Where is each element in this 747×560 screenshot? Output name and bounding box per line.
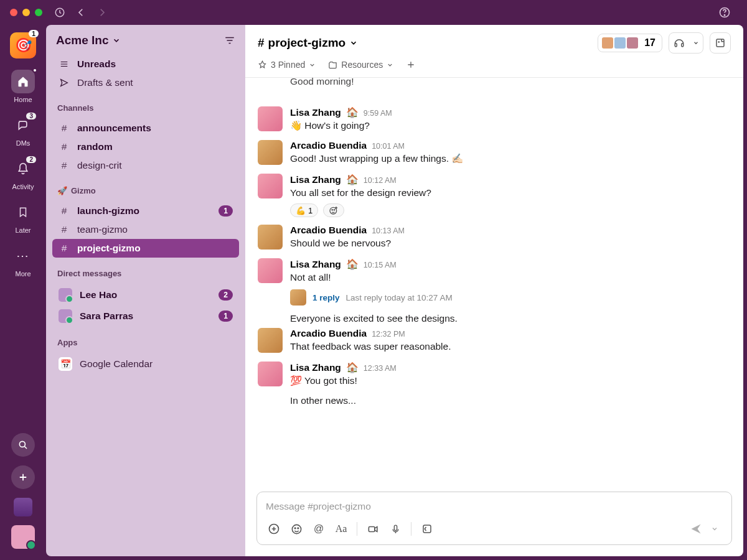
attach-icon[interactable] xyxy=(265,520,283,538)
close-window[interactable] xyxy=(10,9,17,16)
video-icon[interactable] xyxy=(364,520,382,538)
svg-point-11 xyxy=(292,525,301,533)
message-time: 10:13 AM xyxy=(372,226,405,235)
channel-project-gizmo[interactable]: #project-gizmo xyxy=(52,239,239,258)
mention-icon[interactable]: @ xyxy=(309,520,328,538)
message-text: Good! Just wrapping up a few things. ✍🏻 xyxy=(290,152,731,166)
add-bookmark-button[interactable] xyxy=(406,60,416,70)
svg-point-13 xyxy=(298,528,299,529)
message[interactable]: Lisa Zhang🏠12:33 AM💯 You got this! xyxy=(258,358,731,391)
rail-home[interactable]: Home xyxy=(0,70,46,103)
message-author[interactable]: Arcadio Buendia xyxy=(290,225,367,236)
shortcuts-icon[interactable] xyxy=(418,520,436,538)
message-author[interactable]: Lisa Zhang xyxy=(290,259,341,270)
message[interactable]: Lisa Zhang🏠10:15 AMNot at all!1 replyLas… xyxy=(258,254,731,309)
message-author[interactable]: Arcadio Buendia xyxy=(290,328,367,339)
svg-point-3 xyxy=(19,441,25,447)
home-unread-dot xyxy=(32,68,37,73)
members-button[interactable]: 17 xyxy=(598,34,662,52)
emoji-icon[interactable] xyxy=(287,520,306,538)
message-text: 💯 You got this! xyxy=(290,374,731,388)
search-button[interactable] xyxy=(11,433,35,457)
rail-more-label: More xyxy=(15,270,31,278)
rail-dms-label: DMs xyxy=(16,139,31,147)
message-avatar[interactable] xyxy=(258,174,283,198)
message[interactable]: Lisa Zhang🏠9:59 AM👋 How's it going? xyxy=(258,103,731,136)
history-icon[interactable] xyxy=(51,4,68,21)
message-avatar[interactable] xyxy=(258,328,283,353)
channel-random[interactable]: #random xyxy=(52,138,239,156)
message-text: Should we be nervous? xyxy=(290,236,731,250)
pinned-button[interactable]: 3 Pinned xyxy=(258,60,316,70)
back-icon[interactable] xyxy=(72,4,90,21)
canvas-button[interactable] xyxy=(710,32,731,54)
message-author[interactable]: Lisa Zhang xyxy=(290,107,341,118)
channel-design-crit[interactable]: #design-crit xyxy=(52,156,239,175)
svg-rect-4 xyxy=(675,44,677,47)
filter-icon[interactable] xyxy=(224,35,235,46)
audio-icon[interactable] xyxy=(386,520,405,538)
secondary-workspace-icon[interactable] xyxy=(14,498,32,516)
message-avatar[interactable] xyxy=(258,362,283,386)
channel-name-menu[interactable]: # project-gizmo xyxy=(258,36,358,50)
message-text: Not at all! xyxy=(290,271,731,284)
maximize-window[interactable] xyxy=(35,9,42,16)
channel-header: # project-gizmo 17 3 Pinned Resources xyxy=(245,25,743,78)
resources-button[interactable]: Resources xyxy=(328,60,393,70)
message-time: 10:12 AM xyxy=(364,176,397,185)
compose-button[interactable] xyxy=(11,465,35,489)
minimize-window[interactable] xyxy=(22,9,30,16)
status-emoji: 🏠 xyxy=(346,258,359,270)
svg-rect-5 xyxy=(681,44,683,47)
rail-activity[interactable]: Activity 2 xyxy=(0,157,46,190)
message-time: 10:15 AM xyxy=(364,261,397,269)
send-options-icon[interactable] xyxy=(705,520,724,538)
workspace-menu[interactable]: Acme Inc xyxy=(56,34,121,47)
message-text: 👋 How's it going? xyxy=(290,119,731,133)
channel-team-gizmo[interactable]: #team-gizmo xyxy=(52,220,239,239)
dm-lee-hao[interactable]: Lee Hao2 xyxy=(52,284,239,306)
message[interactable]: Arcadio Buendia10:01 AMGood! Just wrappi… xyxy=(258,136,731,169)
titlebar xyxy=(0,0,747,25)
format-icon[interactable]: Aa xyxy=(332,520,350,538)
message[interactable]: Lisa Zhang🏠10:12 AMYou all set for the d… xyxy=(258,170,731,221)
message-time: 12:33 AM xyxy=(364,364,397,373)
message-continuation: Everyone is excited to see the designs. xyxy=(258,313,731,324)
status-emoji: 🏠 xyxy=(346,106,359,118)
workspace-badge: 1 xyxy=(29,30,39,37)
user-avatar[interactable] xyxy=(11,525,35,549)
svg-rect-14 xyxy=(369,526,375,531)
message-avatar[interactable] xyxy=(258,258,283,283)
svg-rect-6 xyxy=(716,39,724,47)
message[interactable]: Arcadio Buendia10:13 AMShould we be nerv… xyxy=(258,221,731,254)
message-input[interactable] xyxy=(265,498,724,520)
channel-announcements[interactable]: #announcements xyxy=(52,119,239,138)
help-icon[interactable] xyxy=(716,4,733,21)
message-author[interactable]: Arcadio Buendia xyxy=(290,140,367,151)
rail-dms[interactable]: DMs 3 xyxy=(0,113,46,147)
thread-summary[interactable]: 1 replyLast reply today at 10:27 AM xyxy=(290,289,731,306)
rail-later[interactable]: Later xyxy=(0,200,46,234)
message-avatar[interactable] xyxy=(258,140,283,165)
channel-launch-gizmo[interactable]: #launch-gizmo1 xyxy=(52,202,239,220)
sidebar-unreads[interactable]: Unreads xyxy=(52,55,239,73)
workspace-switcher[interactable]: 🎯1 xyxy=(10,32,36,58)
reaction[interactable]: 💪 1 xyxy=(290,203,318,217)
huddle-button[interactable] xyxy=(669,32,703,54)
svg-rect-15 xyxy=(394,525,397,531)
add-reaction-button[interactable] xyxy=(323,203,344,217)
forward-icon[interactable] xyxy=(93,4,111,21)
sidebar-drafts[interactable]: Drafts & sent xyxy=(52,73,239,92)
dm-sara-parras[interactable]: Sara Parras1 xyxy=(52,306,239,327)
message-author[interactable]: Lisa Zhang xyxy=(290,174,341,185)
rail-home-label: Home xyxy=(14,96,32,103)
message-time: 12:32 PM xyxy=(372,330,405,338)
message-author[interactable]: Lisa Zhang xyxy=(290,362,341,373)
app-google-calendar[interactable]: 📅Google Calendar xyxy=(52,353,239,375)
send-button[interactable] xyxy=(687,520,705,538)
rail-more[interactable]: ⋯ More xyxy=(0,244,46,278)
gizmo-heading[interactable]: 🚀 Gizmo xyxy=(46,177,245,199)
message[interactable]: Arcadio Buendia12:32 PMThat feedback was… xyxy=(258,324,731,357)
message-avatar[interactable] xyxy=(258,106,283,131)
message-avatar[interactable] xyxy=(258,225,283,250)
